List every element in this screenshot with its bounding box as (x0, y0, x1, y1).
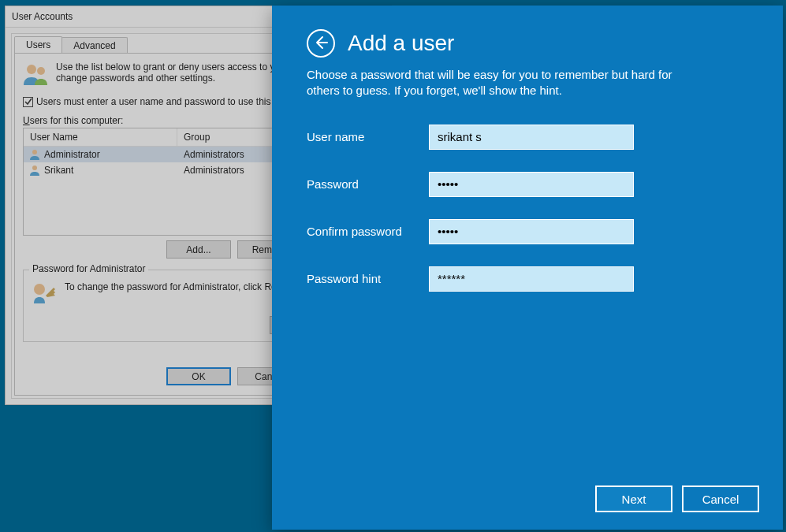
next-button[interactable]: Next (595, 485, 672, 512)
label-confirm-password: Confirm password (307, 225, 429, 238)
username-field[interactable] (429, 125, 634, 150)
confirm-password-field[interactable] (429, 219, 634, 244)
password-hint-field[interactable] (429, 266, 634, 292)
password-field[interactable] (429, 172, 634, 197)
add-user-form: User name Password Confirm password Pass… (272, 99, 783, 339)
label-username: User name (307, 130, 429, 143)
arrow-left-icon (313, 35, 329, 53)
label-password: Password (307, 177, 429, 191)
add-user-panel: Add a user Choose a password that will b… (272, 6, 783, 530)
label-password-hint: Password hint (307, 272, 429, 285)
panel-subtitle: Choose a password that will be easy for … (272, 62, 737, 99)
cancel-button[interactable]: Cancel (682, 485, 759, 512)
panel-footer-buttons: Next Cancel (595, 485, 759, 512)
back-button[interactable] (307, 29, 335, 58)
panel-title: Add a user (348, 31, 454, 56)
